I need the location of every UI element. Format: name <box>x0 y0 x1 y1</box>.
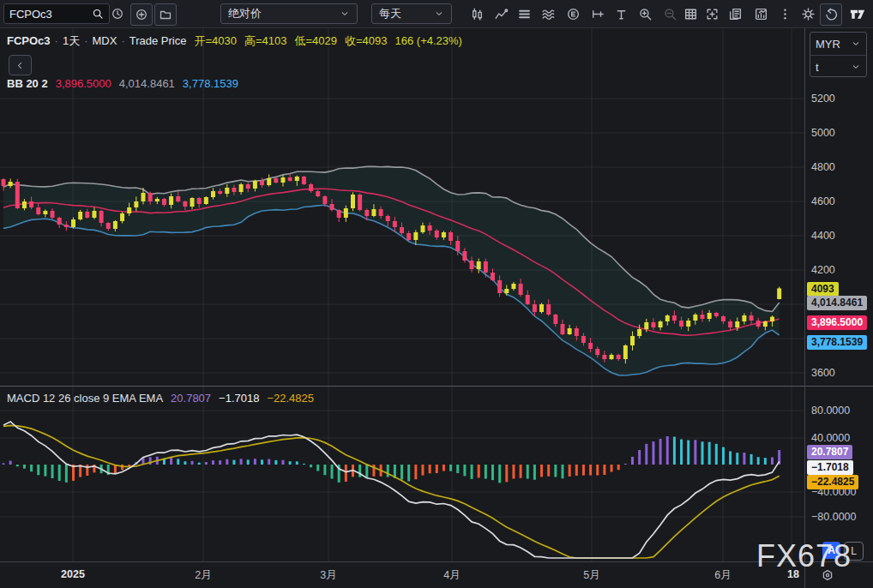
scale-tick: −80.0000 <box>811 511 856 523</box>
candle <box>539 304 544 312</box>
zoom-in-button[interactable] <box>635 3 655 24</box>
macd-histogram-bar <box>498 465 501 483</box>
ideas-icon <box>754 7 768 21</box>
macd-chart[interactable] <box>0 386 804 561</box>
macd-histogram-bar <box>232 460 235 465</box>
publish-button[interactable] <box>725 3 745 24</box>
macd-histogram-bar <box>611 465 613 472</box>
indicator-value: 20.7807 <box>171 392 211 405</box>
more-options-button[interactable] <box>774 3 795 24</box>
legend-series-type: Trade Price <box>129 34 187 47</box>
macd-histogram-bar <box>443 465 445 471</box>
settings-button[interactable] <box>798 3 818 24</box>
templates-icon <box>517 7 532 21</box>
macd-histogram-bar <box>128 465 130 466</box>
candle <box>442 232 446 237</box>
scale-tick: 3600 <box>811 367 835 379</box>
candle <box>581 336 586 343</box>
candle <box>288 177 292 181</box>
snapshot-button[interactable] <box>701 3 722 24</box>
symbol-search-input[interactable]: FCPOc3 <box>3 3 110 24</box>
candle <box>693 315 697 321</box>
candle <box>379 209 383 216</box>
macd-histogram-bar <box>3 463 5 465</box>
candle <box>85 212 89 218</box>
macd-histogram-bar <box>365 465 368 478</box>
candle <box>57 218 62 225</box>
candle <box>477 261 481 269</box>
macd-histogram-bar <box>680 440 683 465</box>
economic-events-icon <box>566 7 581 21</box>
macd-title: MACD 12 26 close 9 EMA EMA <box>7 392 163 405</box>
compare-button[interactable] <box>538 3 558 24</box>
chart-style-candles-button[interactable] <box>467 3 487 24</box>
interval-back-button[interactable] <box>107 3 128 24</box>
macd-histogram-bar <box>407 465 410 481</box>
interval-back-icon <box>111 7 124 21</box>
replay-button[interactable] <box>820 3 842 26</box>
candle <box>728 321 732 327</box>
candle <box>197 198 202 204</box>
candle <box>281 177 286 183</box>
macd-histogram-bar <box>261 459 263 465</box>
macd-histogram-bar <box>638 450 641 465</box>
macd-legend: MACD 12 26 close 9 EMA EMA20.7807−1.7018… <box>7 392 314 405</box>
candle <box>511 284 515 289</box>
session-settings-icon[interactable] <box>818 566 837 585</box>
zoom-out-button[interactable] <box>659 3 680 24</box>
text-tool-icon <box>614 7 629 21</box>
macd-histogram-bar <box>240 459 243 465</box>
time-axis-separator <box>0 561 873 562</box>
ideas-button[interactable] <box>750 3 771 24</box>
add-symbol-button[interactable] <box>130 3 153 26</box>
add-symbol-icon <box>135 8 148 21</box>
price-scale[interactable]: MYR t 520050004800460044004200360080.000… <box>805 27 873 561</box>
candle <box>470 261 474 269</box>
candle <box>665 315 670 321</box>
candle <box>763 321 768 327</box>
macd-histogram-bar <box>331 465 334 479</box>
tradingview-logo[interactable] <box>846 3 870 24</box>
scale-tick: 5200 <box>811 93 835 105</box>
candle <box>322 196 327 204</box>
candle <box>428 225 432 231</box>
candle <box>176 196 180 201</box>
macd-histogram-bar <box>436 465 438 473</box>
unit-dropdown[interactable]: t <box>810 55 866 78</box>
indicator-value: −22.4825 <box>267 392 314 405</box>
candle <box>644 322 648 329</box>
time-scale[interactable]: 20252月3月4月5月6月18 <box>0 562 873 588</box>
macd-indicator-pane[interactable] <box>0 386 804 561</box>
table-view-button[interactable] <box>680 3 701 24</box>
alert-button[interactable] <box>587 3 607 24</box>
candle <box>169 196 173 205</box>
top-toolbar: FCPOc3 绝对价 每天 <box>0 0 873 28</box>
candle <box>462 251 467 261</box>
interval-dropdown[interactable]: 每天 <box>371 3 452 24</box>
collapse-legend-button[interactable] <box>9 55 32 75</box>
candle <box>400 227 404 233</box>
auto-scale-button[interactable]: A <box>822 542 840 559</box>
currency-dropdown[interactable]: MYR <box>810 33 866 55</box>
trading-platform-window: FCPOc3 绝对价 每天 FCPOc3 · 1天 · MDX · Trade … <box>0 0 873 588</box>
macd-histogram-bar <box>491 465 494 480</box>
candle <box>295 177 299 181</box>
log-scale-button[interactable]: L <box>844 542 864 561</box>
pane-divider[interactable] <box>0 386 873 387</box>
candle <box>413 232 418 240</box>
chevron-down-icon <box>851 39 861 49</box>
text-tool-button[interactable] <box>611 3 631 24</box>
candle <box>497 280 502 293</box>
open-layout-button[interactable] <box>154 3 177 26</box>
symbol-search-value: FCPOc3 <box>9 8 92 21</box>
templates-button[interactable] <box>514 3 534 24</box>
indicators-button[interactable] <box>491 3 511 24</box>
legend-symbol: FCPOc3 <box>7 34 51 47</box>
candle <box>617 355 621 359</box>
candle <box>358 195 362 210</box>
macd-histogram-bar <box>212 460 214 465</box>
macd-histogram-bar <box>345 465 347 482</box>
price-type-dropdown[interactable]: 绝对价 <box>220 3 358 24</box>
price-badge: −22.4825 <box>807 475 858 489</box>
economic-events-button[interactable] <box>563 3 583 24</box>
